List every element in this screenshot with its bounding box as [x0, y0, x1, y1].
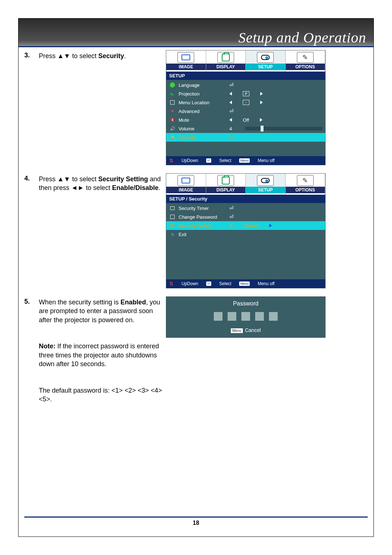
enter-icon: ⏎ [229, 214, 234, 220]
menu-item-projection[interactable]: ProjectionP [166, 89, 325, 98]
enter-icon: ⏎ [229, 205, 234, 211]
step-3: 3. Press ▲▼ to select Security. IMAGE DI… [24, 50, 368, 165]
menu-item-volume[interactable]: 🔊Volume4 [166, 124, 325, 133]
step-text: Press ▲▼ to select Security. [39, 50, 166, 60]
tab-display[interactable]: DISPLAY [206, 174, 246, 195]
setup-icon [261, 178, 270, 183]
step-number: 5. [24, 296, 39, 305]
osd-tabs: IMAGE DISPLAY SETUP ✎OPTIONS [166, 174, 325, 195]
menu-key-icon: Menu [231, 328, 243, 333]
footer: 18 [19, 516, 373, 526]
step-text: Press ▲▼ to select Security Setting and … [39, 173, 166, 193]
right-arrow-icon [260, 118, 262, 122]
page-title: Setup and Operation [238, 29, 366, 46]
password-slot[interactable] [255, 312, 264, 321]
display-icon [222, 53, 230, 61]
key-icon: ⚿ [169, 223, 176, 228]
osd-footer: ⇅UpDown ⏎Select MenuMenu off [166, 279, 325, 288]
password-slot[interactable] [241, 312, 250, 321]
menu-item-security[interactable]: 🔒Security⏎ [166, 133, 325, 142]
password-title: Password [166, 297, 325, 312]
menu-key-icon: Menu [239, 281, 250, 286]
tab-options[interactable]: ✎OPTIONS [286, 174, 326, 195]
tab-options[interactable]: ✎OPTIONS [286, 50, 326, 72]
volume-icon: 🔊 [169, 126, 176, 131]
menu-item-mute[interactable]: 🔇MuteOff [166, 116, 325, 124]
tab-setup[interactable]: SETUP [246, 174, 286, 195]
osd-footer: ⇅UpDown ⏎Select MenuMenu off [166, 156, 325, 165]
step-5: 5. When the security setting is Enabled,… [24, 296, 368, 404]
enter-icon: ⏎ [229, 82, 234, 88]
enter-icon: ⏎ [229, 134, 234, 140]
tab-setup[interactable]: SETUP [246, 50, 286, 72]
enter-icon: ⏎ [229, 108, 234, 114]
tab-image[interactable]: IMAGE [166, 50, 206, 72]
globe-icon [170, 82, 175, 88]
menu-item-exit[interactable]: ⎋Exit [166, 230, 325, 239]
display-icon [222, 177, 230, 185]
menu-item-change-password[interactable]: Change Password⏎ [166, 212, 325, 221]
header-band: Setup and Operation [19, 19, 373, 46]
menu-item-security-setting[interactable]: ⚿Security SettingDisable [166, 221, 325, 230]
page-number: 18 [19, 520, 373, 526]
options-icon: ✎ [302, 177, 308, 185]
password-slot[interactable] [269, 312, 278, 321]
projection-value: P [243, 91, 249, 96]
password-slots [166, 312, 325, 321]
volume-slider[interactable] [245, 127, 322, 130]
password-slot[interactable] [214, 312, 222, 321]
lock-icon: 🔒 [169, 134, 176, 140]
left-arrow-icon [229, 101, 232, 104]
updown-icon: ⇅ [169, 158, 173, 163]
right-arrow-icon [260, 92, 263, 96]
advanced-icon: ✦ [169, 108, 176, 114]
header-rule [19, 46, 373, 47]
exit-icon: ⎋ [169, 231, 176, 237]
tab-display[interactable]: DISPLAY [206, 50, 246, 72]
tab-image[interactable]: IMAGE [166, 174, 206, 195]
updown-icon: ⇅ [169, 281, 173, 287]
left-arrow-icon [229, 224, 232, 227]
step-4: 4. Press ▲▼ to select Security Setting a… [24, 173, 368, 288]
enter-key-icon: ⏎ [206, 158, 211, 163]
timer-icon [170, 206, 175, 210]
menulocation-value: ▫ [243, 100, 249, 105]
menu-item-advanced[interactable]: ✦Advanced⏎ [166, 107, 325, 116]
image-icon [181, 178, 190, 183]
password-dialog: Password MenuCancel [166, 296, 326, 338]
mute-icon: 🔇 [169, 117, 176, 123]
menu-item-menulocation[interactable]: Menu Location▫ [166, 98, 325, 107]
menu-key-icon: Menu [239, 158, 250, 163]
left-arrow-icon [229, 92, 232, 96]
left-arrow-icon [229, 118, 232, 122]
osd-heading: SETUP / Security [166, 195, 325, 203]
footer-rule [24, 516, 368, 518]
osd-menu-setup: IMAGE DISPLAY SETUP ✎OPTIONS SETUP Langu… [166, 50, 326, 165]
enter-key-icon: ⏎ [206, 281, 211, 286]
menu-item-language[interactable]: Language⏎ [166, 81, 325, 89]
options-icon: ✎ [302, 53, 308, 61]
right-arrow-icon [260, 101, 263, 104]
right-arrow-icon [269, 224, 272, 227]
osd-heading: SETUP [166, 72, 325, 80]
osd-menu-security: IMAGE DISPLAY SETUP ✎OPTIONS SETUP / Sec… [166, 173, 326, 288]
password-cancel[interactable]: MenuCancel [166, 327, 325, 333]
step-text: When the security setting is Enabled, yo… [39, 296, 166, 404]
password-slot[interactable] [228, 312, 236, 321]
menulocation-icon [170, 100, 175, 105]
setup-icon [261, 55, 270, 60]
step-number: 4. [24, 173, 39, 182]
projection-icon [171, 92, 174, 95]
menu-item-security-timer[interactable]: Security Timer⏎ [166, 204, 325, 212]
password-icon [170, 215, 175, 219]
step-number: 3. [24, 50, 39, 59]
image-icon [181, 54, 190, 60]
osd-tabs: IMAGE DISPLAY SETUP ✎OPTIONS [166, 50, 325, 72]
